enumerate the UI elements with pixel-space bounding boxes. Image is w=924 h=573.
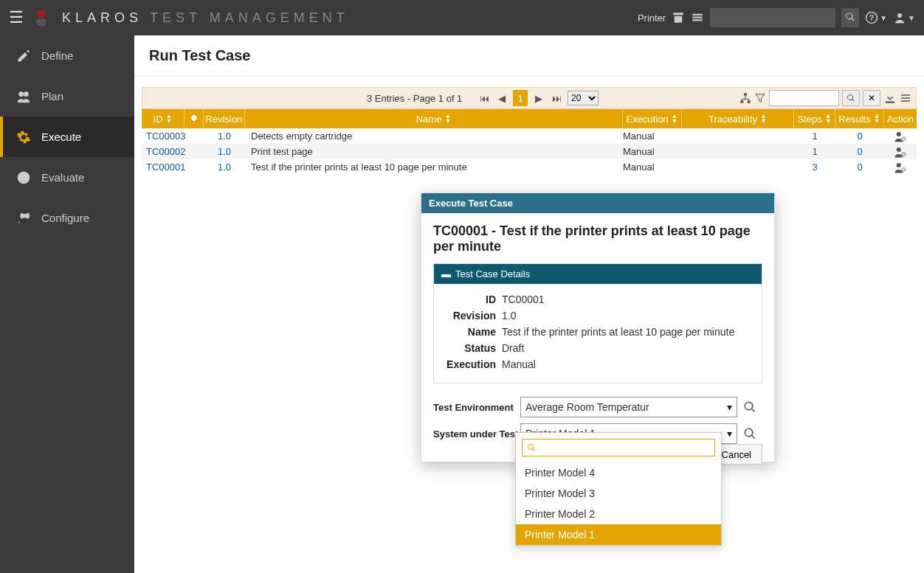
env-search-icon[interactable]: [737, 400, 762, 414]
cell-name: Detects empty cartridge: [245, 131, 623, 142]
details-header[interactable]: ▬Test Case Details: [434, 264, 762, 284]
svg-point-3: [897, 13, 902, 18]
table-search-button[interactable]: [842, 90, 860, 106]
dropdown-item[interactable]: Printer Model 2: [516, 504, 721, 524]
search-icon: [527, 443, 536, 452]
pager-prev[interactable]: ◀: [495, 93, 508, 104]
global-search-input[interactable]: [710, 8, 835, 27]
col-execution[interactable]: Execution▲▼: [623, 109, 682, 128]
modal-title: TC00001 - Test if the printer prints at …: [421, 213, 774, 263]
table-toolbar: 3 Entries - Page 1 of 1 ⏮ ◀ 1 ▶ ⏭ 20 ✕: [142, 87, 917, 109]
test-environment-select[interactable]: Average Room Temperatur▾: [520, 397, 737, 417]
sidebar-label: Plan: [41, 90, 63, 103]
sidebar-label: Define: [41, 49, 73, 62]
sidebar-item-define[interactable]: Define: [0, 35, 134, 76]
svg-point-5: [24, 91, 29, 97]
sidebar-label: Configure: [41, 212, 89, 224]
modal-header: Execute Test Case: [421, 193, 774, 213]
cell-steps[interactable]: 1: [794, 146, 835, 157]
cell-action[interactable]: [884, 145, 917, 159]
table-clear-button[interactable]: ✕: [863, 90, 880, 106]
menu-lines-icon[interactable]: [900, 92, 911, 104]
cell-id[interactable]: TC00001: [142, 162, 185, 173]
execute-modal: Execute Test Case TC00001 - Test if the …: [421, 192, 775, 462]
test-case-details-panel: ▬Test Case Details IDTC00001 Revision1.0…: [433, 263, 762, 383]
cell-steps[interactable]: 1: [794, 131, 835, 142]
dropdown-item[interactable]: Printer Model 3: [516, 483, 721, 504]
filter-icon[interactable]: [754, 92, 766, 104]
cell-revision[interactable]: 1.0: [204, 131, 245, 142]
page-title: Run Test Case: [134, 35, 924, 77]
dropdown-item[interactable]: Printer Model 4: [516, 462, 721, 483]
menu-icon[interactable]: ☰: [9, 8, 24, 27]
cell-steps[interactable]: 3: [794, 162, 835, 173]
sut-label: System under Test: [433, 428, 520, 440]
brand-name: KLAROS: [62, 10, 142, 26]
table-header: ID▲▼ Revision Name▲▼ Execution▲▼ Traceab…: [142, 109, 917, 128]
pager-last[interactable]: ⏭: [550, 93, 563, 104]
col-bulb[interactable]: [185, 109, 204, 128]
col-name[interactable]: Name▲▼: [245, 109, 623, 128]
main-content: Run Test Case 3 Entries - Page 1 of 1 ⏮ …: [134, 35, 924, 573]
cell-results[interactable]: 0: [835, 146, 884, 157]
sidebar-label: Evaluate: [41, 171, 84, 184]
table-search-input[interactable]: [769, 90, 839, 106]
cell-execution: Manual: [623, 146, 682, 157]
env-label: Test Environment: [433, 402, 520, 413]
cell-action[interactable]: [884, 130, 917, 143]
svg-rect-6: [744, 93, 747, 95]
table-row[interactable]: TC000031.0Detects empty cartridgeManual1…: [142, 128, 917, 144]
tree-icon[interactable]: [739, 92, 751, 104]
table-row[interactable]: TC000021.0Print test pageManual10: [142, 144, 917, 159]
pager-current[interactable]: 1: [513, 90, 528, 106]
col-id[interactable]: ID▲▼: [142, 109, 185, 128]
help-button[interactable]: ?▼: [865, 11, 887, 24]
cell-execution: Manual: [623, 131, 682, 142]
dropdown-item[interactable]: Printer Model 1: [516, 524, 721, 545]
col-revision[interactable]: Revision: [204, 109, 245, 128]
svg-rect-8: [748, 100, 751, 103]
svg-point-11: [897, 163, 901, 167]
svg-rect-7: [740, 100, 743, 103]
cell-action[interactable]: [884, 161, 917, 174]
cell-name: Test if the printer prints at least 10 p…: [245, 162, 623, 173]
sidebar-label: Execute: [41, 131, 81, 143]
table-row[interactable]: TC000011.0Test if the printer prints at …: [142, 159, 917, 175]
cell-results[interactable]: 0: [835, 131, 884, 142]
global-search-button[interactable]: [841, 8, 859, 27]
pager-next[interactable]: ▶: [532, 93, 545, 104]
app-logo: [31, 7, 52, 28]
col-results[interactable]: Results▲▼: [835, 109, 884, 128]
sidebar-item-execute[interactable]: Execute: [0, 117, 134, 157]
project-label: Printer: [638, 13, 666, 24]
sidebar-item-evaluate[interactable]: Evaluate: [0, 157, 134, 198]
cell-revision[interactable]: 1.0: [204, 162, 245, 173]
pager-first[interactable]: ⏮: [477, 93, 491, 104]
cell-id[interactable]: TC00003: [142, 131, 185, 142]
cell-id[interactable]: TC00002: [142, 146, 185, 157]
dropdown-search-input[interactable]: [539, 440, 710, 455]
archive-icon[interactable]: [672, 11, 685, 24]
cell-name: Print test page: [245, 146, 623, 157]
list-icon[interactable]: [691, 11, 704, 24]
svg-point-9: [897, 132, 901, 136]
brand-subtitle: TEST MANAGEMENT: [150, 10, 349, 26]
user-menu[interactable]: ▼: [893, 11, 915, 24]
col-action: Action: [884, 109, 917, 128]
col-steps[interactable]: Steps▲▼: [794, 109, 835, 128]
col-traceability[interactable]: Traceability▲▼: [682, 109, 794, 128]
cell-revision[interactable]: 1.0: [204, 146, 245, 157]
svg-text:?: ?: [869, 13, 874, 22]
page-size-select[interactable]: 20: [568, 91, 599, 105]
download-icon[interactable]: [883, 91, 897, 105]
test-case-table: ID▲▼ Revision Name▲▼ Execution▲▼ Traceab…: [142, 109, 917, 175]
dropdown-search: [522, 439, 715, 456]
svg-point-0: [38, 10, 46, 18]
sidebar: Define Plan Execute Evaluate Configure: [0, 35, 134, 573]
sut-search-icon[interactable]: [737, 427, 762, 440]
svg-point-4: [18, 91, 24, 97]
pager-info: 3 Entries - Page 1 of 1: [367, 93, 462, 104]
cell-results[interactable]: 0: [835, 162, 884, 173]
sidebar-item-configure[interactable]: Configure: [0, 198, 134, 238]
sidebar-item-plan[interactable]: Plan: [0, 76, 134, 117]
